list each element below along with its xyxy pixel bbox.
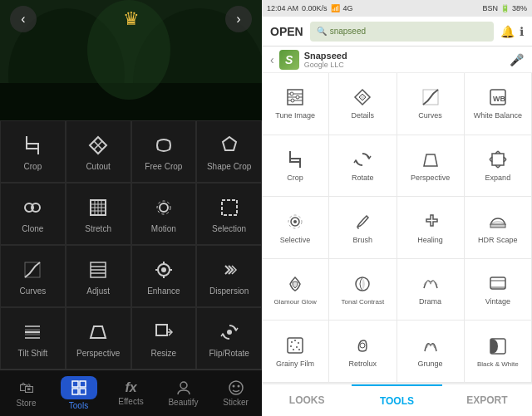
- snapseed-mic-icon[interactable]: 🎤: [510, 53, 524, 66]
- snapseed-back-arrow[interactable]: ‹: [270, 53, 274, 66]
- top-bar: ‹ ♛ ›: [0, 0, 262, 37]
- crown-icon: ♛: [123, 8, 140, 30]
- svg-rect-52: [289, 151, 291, 163]
- tool-right-bw[interactable]: Black & White: [465, 321, 532, 383]
- nav-tools-right[interactable]: TOOLS: [352, 384, 441, 416]
- tool-motion[interactable]: Motion: [131, 183, 197, 245]
- tool-stretch[interactable]: Stretch: [66, 183, 131, 245]
- tool-right-rotate[interactable]: Rotate: [329, 135, 397, 198]
- tool-curves[interactable]: Curves: [0, 245, 66, 307]
- crop-right-label: Crop: [287, 174, 303, 184]
- hdr-label: HDR Scape: [478, 236, 518, 246]
- tool-right-details[interactable]: Details: [329, 73, 397, 135]
- motion-icon: [150, 194, 177, 221]
- svg-point-18: [160, 203, 168, 212]
- tool-crop[interactable]: Crop: [0, 120, 66, 183]
- tool-right-brush[interactable]: Brush: [329, 197, 397, 259]
- tool-right-perspective[interactable]: Perspective: [397, 135, 465, 198]
- tool-right-grainy[interactable]: Grainy Film: [262, 321, 329, 383]
- svg-point-69: [290, 345, 292, 347]
- back-button[interactable]: ‹: [10, 6, 37, 32]
- tool-right-healing[interactable]: Healing: [397, 197, 465, 259]
- flip-rotate-icon: [216, 319, 243, 345]
- tool-right-grunge[interactable]: Grunge: [397, 321, 465, 383]
- svg-rect-36: [72, 389, 78, 394]
- svg-rect-60: [490, 224, 505, 228]
- status-battery: 38%: [512, 4, 527, 12]
- status-carrier: BSN: [482, 4, 498, 12]
- bottom-nav-left: 🛍 Store Tools fx Effects: [0, 370, 262, 416]
- tool-resize[interactable]: Resize: [131, 307, 197, 370]
- svg-rect-6: [26, 148, 39, 149]
- tools-icon: [61, 376, 97, 399]
- tool-enhance[interactable]: Enhance: [131, 245, 197, 307]
- nav-effects[interactable]: fx Effects: [105, 377, 157, 409]
- search-text: snapseed: [330, 27, 366, 36]
- nav-store-label: Store: [17, 399, 37, 408]
- looks-label: LOOKS: [289, 394, 325, 406]
- sticker-icon: [228, 379, 244, 396]
- tune-image-label: Tune Image: [275, 111, 315, 121]
- tool-selection[interactable]: Selection: [196, 183, 262, 245]
- status-signal: 4G: [343, 4, 353, 12]
- svg-rect-32: [156, 325, 167, 335]
- info-icon[interactable]: ℹ: [520, 25, 524, 38]
- tool-right-expand[interactable]: Expand: [465, 135, 532, 198]
- tool-right-glamour[interactable]: Glamour Glow: [262, 259, 329, 321]
- tool-dispersion[interactable]: Dispersion: [196, 245, 262, 307]
- search-bar[interactable]: 🔍 snapseed: [310, 22, 494, 42]
- expand-icon: [486, 148, 510, 171]
- tonal-icon: [351, 272, 374, 296]
- export-label: EXPORT: [466, 394, 507, 406]
- flip-rotate-label: Flip/Rotate: [209, 349, 249, 359]
- svg-rect-7: [37, 143, 39, 154]
- nav-export[interactable]: EXPORT: [442, 384, 532, 416]
- bw-label: Black & White: [477, 360, 519, 369]
- right-bottom-nav: LOOKS TOOLS EXPORT: [262, 383, 532, 416]
- tool-cutout[interactable]: Cutout: [66, 120, 131, 183]
- nav-tools-label: Tools: [69, 401, 88, 410]
- nav-sticker-label: Sticker: [223, 398, 249, 407]
- crop-label: Crop: [24, 162, 42, 172]
- tool-tilt-shift[interactable]: Tilt Shift: [0, 307, 66, 370]
- nav-beautify[interactable]: Beautify: [157, 376, 209, 410]
- tool-right-tune-image[interactable]: Tune Image: [262, 73, 329, 135]
- svg-text:WB: WB: [493, 95, 505, 103]
- stretch-icon: [85, 194, 111, 221]
- enhance-label: Enhance: [147, 286, 180, 296]
- tool-free-crop[interactable]: Free Crop: [131, 120, 197, 183]
- nav-looks[interactable]: LOOKS: [262, 384, 352, 416]
- tool-right-drama[interactable]: Drama: [397, 259, 465, 321]
- nav-tools[interactable]: Tools: [52, 373, 105, 414]
- retrolux-label: Retrolux: [349, 360, 377, 370]
- free-crop-icon: [150, 132, 177, 159]
- tool-right-hdr[interactable]: HDR Scape: [465, 197, 532, 259]
- grunge-label: Grunge: [418, 360, 443, 370]
- tool-right-curves[interactable]: Curves: [397, 73, 465, 135]
- wb-label: White Balance: [474, 111, 522, 121]
- cutout-icon: [85, 132, 111, 159]
- tool-right-selective[interactable]: Selective: [262, 197, 329, 259]
- tool-flip-rotate[interactable]: Flip/Rotate: [196, 307, 262, 370]
- tool-clone[interactable]: Clone: [0, 183, 66, 245]
- tool-perspective[interactable]: Perspective: [66, 307, 131, 370]
- tool-shape-crop[interactable]: Shape Crop: [196, 120, 262, 183]
- tool-right-vintage[interactable]: Vintage: [465, 259, 532, 321]
- tool-adjust[interactable]: Adjust: [66, 245, 131, 307]
- curves-right-icon: [419, 86, 442, 109]
- nav-sticker[interactable]: Sticker: [209, 376, 262, 410]
- tool-right-crop[interactable]: Crop: [262, 135, 329, 198]
- nav-store[interactable]: 🛍 Store: [0, 376, 52, 411]
- stretch-label: Stretch: [85, 224, 111, 234]
- open-button[interactable]: OPEN: [270, 25, 303, 38]
- tool-right-tonal[interactable]: Tonal Contrast: [329, 259, 397, 321]
- crop-right-icon: [283, 148, 307, 171]
- tool-right-wb[interactable]: WB White Balance: [465, 73, 532, 135]
- forward-button[interactable]: ›: [225, 6, 252, 32]
- tool-right-retrolux[interactable]: Retrolux: [329, 321, 397, 383]
- status-bar: 12:04 AM 0.00K/s 📶 4G BSN 🔋 38%: [262, 0, 532, 17]
- notification-icon[interactable]: 🔔: [500, 25, 515, 38]
- svg-rect-53: [289, 161, 301, 163]
- svg-point-71: [293, 349, 294, 350]
- brush-icon: [351, 210, 374, 233]
